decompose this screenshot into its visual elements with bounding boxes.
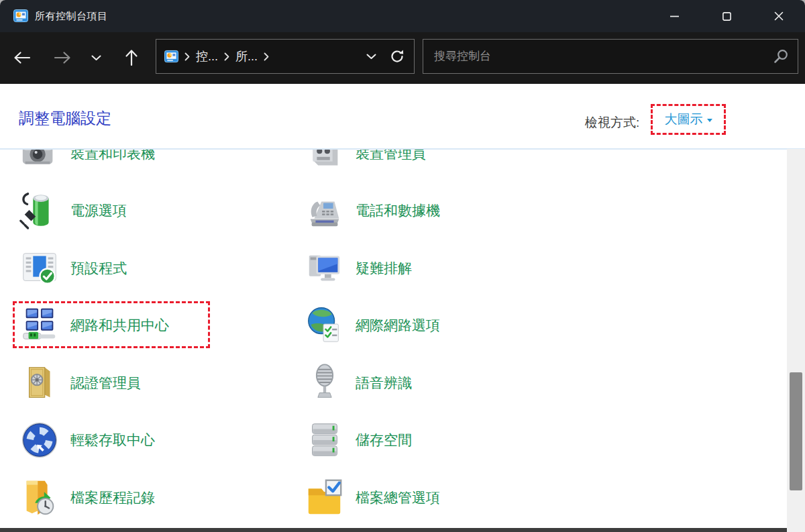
item-phone-and-modem[interactable]: 電話和數據機	[304, 190, 445, 231]
forward-button[interactable]	[48, 43, 77, 72]
item-label: 檔案總管選項	[356, 488, 440, 507]
maximize-button[interactable]	[700, 0, 753, 32]
control-panel-icon	[164, 50, 178, 64]
address-bar[interactable]: 控... 所...	[156, 39, 415, 74]
annotation-box-view-mode: 大圖示	[651, 104, 726, 135]
titlebar: 所有控制台項目	[0, 0, 805, 32]
item-internet-options[interactable]: 網際網路選項	[304, 305, 445, 346]
item-file-explorer-options[interactable]: 檔案總管選項	[304, 477, 445, 519]
file-history-icon	[19, 477, 60, 519]
credential-manager-icon	[19, 362, 60, 404]
search-icon[interactable]	[773, 49, 788, 64]
item-label: 儲存空間	[356, 431, 412, 449]
item-network-and-sharing-center[interactable]: 網路和共用中心	[19, 305, 174, 346]
default-programs-icon	[19, 248, 60, 289]
item-label: 預設程式	[70, 259, 127, 278]
item-label: 輕鬆存取中心	[70, 431, 155, 449]
dropdown-arrow-icon	[707, 119, 712, 122]
view-mode-dropdown[interactable]: 大圖示	[665, 111, 712, 128]
breadcrumb-separator-icon	[224, 52, 229, 61]
breadcrumb-all-items[interactable]: 所...	[235, 48, 258, 64]
item-label: 認證管理員	[70, 374, 141, 392]
power-options-icon	[19, 190, 60, 231]
item-label: 裝置管理員	[356, 150, 426, 163]
view-mode-value: 大圖示	[665, 111, 703, 128]
item-storage-spaces[interactable]: 儲存空間	[304, 419, 417, 461]
breadcrumb-separator-icon	[264, 52, 269, 61]
bottom-edge	[0, 528, 787, 532]
window-controls	[648, 0, 805, 32]
storage-spaces-icon	[304, 419, 345, 461]
refresh-icon[interactable]	[387, 43, 407, 70]
minimize-button[interactable]	[648, 0, 700, 32]
address-dropdown-chevron-icon[interactable]	[361, 43, 381, 70]
breadcrumb-separator-icon	[184, 52, 190, 61]
item-power-options[interactable]: 電源選項	[19, 190, 132, 231]
close-button[interactable]	[753, 0, 805, 32]
internet-options-icon	[304, 305, 345, 346]
navigation-bar: 控... 所...	[0, 32, 805, 84]
item-default-programs[interactable]: 預設程式	[19, 248, 132, 289]
file-explorer-options-icon	[304, 477, 345, 519]
item-label: 語音辨識	[356, 374, 412, 392]
item-credential-manager[interactable]: 認證管理員	[19, 362, 146, 404]
devices-and-printers-icon	[19, 150, 60, 174]
ease-of-access-center-icon	[19, 419, 60, 461]
search-input[interactable]	[433, 49, 767, 64]
scrollbar-thumb[interactable]	[790, 372, 802, 490]
item-file-history[interactable]: 檔案歷程記錄	[19, 477, 160, 519]
phone-and-modem-icon	[304, 190, 345, 231]
speech-recognition-icon	[304, 362, 345, 404]
item-label: 檔案歷程記錄	[70, 488, 155, 507]
items-grid: 裝置和印表機 裝置管理員 電源選項	[0, 150, 787, 532]
up-button[interactable]	[117, 43, 146, 72]
troubleshooting-icon	[304, 248, 345, 289]
item-troubleshooting[interactable]: 疑難排解	[304, 248, 417, 289]
device-manager-icon	[304, 150, 345, 174]
window-title: 所有控制台項目	[35, 10, 108, 23]
item-ease-of-access-center[interactable]: 輕鬆存取中心	[19, 419, 160, 461]
control-panel-window: 所有控制台項目	[0, 0, 805, 532]
search-box	[423, 39, 798, 74]
breadcrumb-control-panel[interactable]: 控...	[196, 48, 218, 64]
page-title: 調整電腦設定	[19, 108, 111, 129]
network-and-sharing-center-icon	[19, 305, 60, 346]
item-speech-recognition[interactable]: 語音辨識	[304, 362, 417, 404]
back-button[interactable]	[7, 43, 37, 72]
view-by-label: 檢視方式:	[585, 114, 639, 131]
item-label: 網際網路選項	[356, 316, 440, 335]
content-area: 調整電腦設定 檢視方式: 大圖示 裝置和印表機	[0, 84, 805, 532]
item-label: 電話和數據機	[356, 201, 440, 220]
item-label: 疑難排解	[356, 259, 412, 278]
scrollbar-track[interactable]	[787, 149, 805, 532]
item-label: 裝置和印表機	[70, 150, 155, 163]
item-label: 網路和共用中心	[70, 316, 169, 335]
item-devices-and-printers[interactable]: 裝置和印表機	[19, 150, 160, 174]
control-panel-icon	[13, 9, 28, 23]
recent-locations-chevron-icon[interactable]	[81, 43, 111, 72]
item-device-manager[interactable]: 裝置管理員	[304, 150, 431, 174]
item-label: 電源選項	[70, 201, 127, 220]
